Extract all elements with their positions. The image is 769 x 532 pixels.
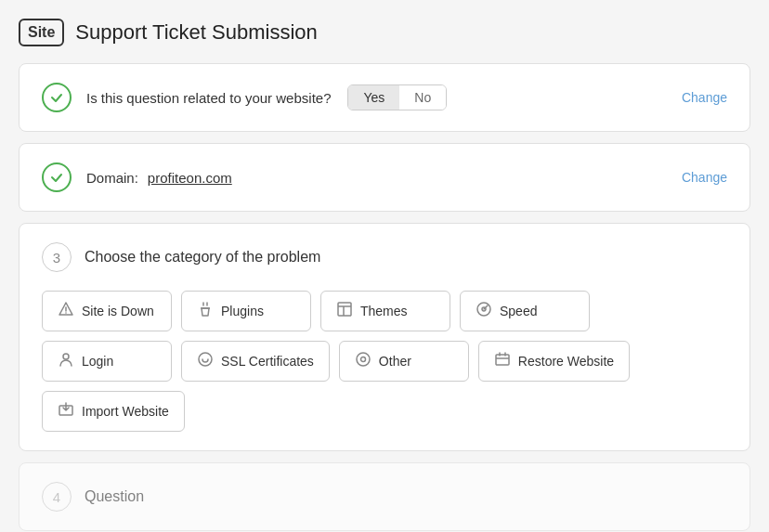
svg-point-11: [357, 353, 370, 366]
step4-card: 4 Question: [19, 462, 750, 531]
category-ssl-label: SSL Certificates: [221, 354, 314, 369]
category-site-down-label: Site is Down: [82, 304, 154, 318]
step4-title: Question: [85, 488, 144, 505]
category-login-label: Login: [82, 354, 113, 369]
category-import-label: Import Website: [82, 404, 169, 419]
category-ssl[interactable]: SSL Certificates: [181, 341, 330, 382]
domain-label: Domain:: [86, 170, 138, 186]
category-plugins[interactable]: Plugins: [181, 291, 311, 331]
step3-number: 3: [42, 242, 72, 272]
category-restore[interactable]: Restore Website: [478, 341, 630, 382]
svg-point-9: [63, 354, 69, 359]
svg-rect-3: [338, 303, 351, 316]
category-other[interactable]: Other: [339, 341, 469, 382]
speed-icon: [476, 301, 492, 321]
svg-rect-13: [496, 355, 509, 365]
category-restore-label: Restore Website: [518, 354, 614, 369]
category-import[interactable]: Import Website: [42, 391, 185, 432]
step2-content: Domain: profiteon.com: [86, 170, 682, 186]
category-themes[interactable]: Themes: [320, 291, 450, 331]
category-other-label: Other: [379, 354, 411, 369]
yes-no-toggle[interactable]: Yes No: [347, 84, 447, 110]
site-down-icon: [58, 301, 74, 321]
category-plugins-label: Plugins: [221, 304, 264, 318]
category-speed-label: Speed: [500, 304, 537, 318]
category-themes-label: Themes: [360, 304, 408, 318]
step1-change-link[interactable]: Change: [682, 90, 727, 105]
site-badge: Site: [19, 19, 64, 46]
website-question-label: Is this question related to your website…: [86, 90, 331, 106]
step2-check-icon: [42, 162, 72, 192]
page-title: Support Ticket Submission: [75, 20, 317, 45]
category-grid: Site is Down Plugins Themes: [42, 291, 727, 432]
category-login[interactable]: Login: [42, 341, 172, 382]
themes-icon: [336, 301, 353, 321]
plugins-icon: [197, 301, 214, 321]
page-header: Site Support Ticket Submission: [19, 19, 750, 46]
svg-point-1: [65, 312, 67, 314]
other-icon: [355, 351, 371, 371]
step1-card: Is this question related to your website…: [19, 63, 750, 132]
import-icon: [58, 401, 74, 422]
login-icon: [58, 351, 74, 371]
step3-card: 3 Choose the category of the problem Sit…: [19, 223, 750, 451]
no-button[interactable]: No: [399, 85, 446, 110]
category-site-down[interactable]: Site is Down: [42, 291, 172, 331]
step3-title: Choose the category of the problem: [85, 249, 320, 266]
step2-change-link[interactable]: Change: [682, 170, 727, 185]
step1-check-icon: [42, 83, 72, 112]
step4-number: 4: [42, 482, 72, 512]
ssl-icon: [197, 351, 214, 371]
step3-header: 3 Choose the category of the problem: [42, 242, 727, 272]
category-speed[interactable]: Speed: [460, 291, 590, 331]
domain-value: profiteon.com: [148, 170, 232, 186]
restore-icon: [494, 351, 511, 371]
step1-content: Is this question related to your website…: [86, 84, 682, 110]
svg-point-10: [199, 353, 212, 366]
step2-card: Domain: profiteon.com Change: [19, 143, 750, 212]
yes-button[interactable]: Yes: [348, 85, 399, 110]
svg-point-12: [360, 357, 365, 362]
